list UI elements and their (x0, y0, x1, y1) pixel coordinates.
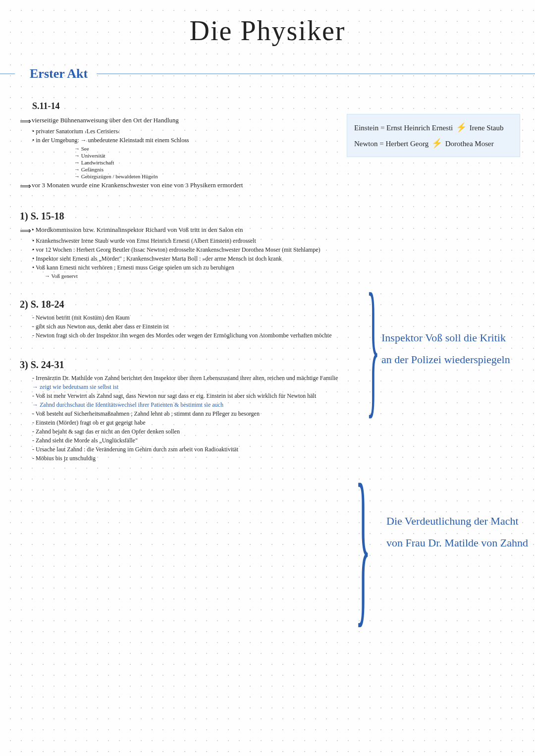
note-subline: → Gebirgszügen / bewaldeten Hügeln (74, 173, 362, 179)
note-line: • in der Umgebung: → unbedeutene Kleinst… (32, 137, 362, 144)
infobox-line: Einstein = Ernst Heinrich Ernesti ⚡ Iren… (354, 119, 513, 135)
side-annotation: Die Verdeutlichung der Macht von Frau Dr… (386, 510, 535, 554)
note-line: - gibt sich aus Newton aus, denkt aber d… (32, 323, 391, 330)
text: Dorothea Moser (445, 140, 494, 148)
arrow-icon: ⟹ (20, 181, 32, 191)
text: • Mordkommission bzw. Kriminalinspektor … (32, 226, 243, 234)
note-line: • Krankenschwester Irene Staub wurde von… (32, 237, 362, 245)
divider-right (97, 73, 535, 74)
note-line: • vor 12 Wochen : Herbert Georg Beutler … (32, 246, 362, 254)
note-line: - Newton betritt (mit Kostüm) den Raum (32, 314, 391, 322)
text: vierseitige Bühnenanweisung über den Ort… (32, 116, 179, 124)
note-subline: → Voß genervt (45, 273, 362, 279)
note-line: - Voß ist mehr Verwirrt als Zahnd sagt, … (32, 392, 391, 400)
note-line: - Irrenärztin Dr. Mathilde von Zahnd ber… (32, 375, 391, 382)
note-line: - Voß besteht auf Sicherheitsmaßnahmen ;… (32, 410, 391, 418)
brace-icon: } (356, 458, 371, 632)
note-line: ⟹ • Mordkommission bzw. Kriminalinspekto… (20, 226, 362, 235)
note-line: ⟹ vor 3 Monaten wurde eine Krankenschwes… (20, 181, 362, 191)
section-1: 1) S. 15-18 ⟹ • Mordkommission bzw. Krim… (15, 211, 362, 279)
text: von Frau Dr. Matilde von Zahnd (386, 532, 535, 554)
note-subline: → Gefängnis (74, 166, 362, 172)
arrow-icon: ⟹ (20, 226, 32, 235)
text: an der Polizei wiederspiegeln (381, 349, 530, 371)
infobox-line: Newton = Herbert Georg ⚡ Dorothea Moser (354, 135, 513, 151)
note-line: • privater Sanatorium ›Les Cerisiers‹ (32, 128, 362, 135)
note-line: - Einstein (Mörder) fragt ob er gut gege… (32, 419, 391, 427)
note-line: → zeigt wie bedeutsam sie selbst ist (32, 383, 391, 391)
text: Einstein = Ernst Heinrich Ernesti (354, 124, 453, 132)
text: Die Verdeutlichung der Macht (386, 510, 535, 532)
section-intro: S.11-14 ⟹ vierseitige Bühnenanweisung üb… (15, 101, 362, 191)
note-subline: → Landwirtschaft (74, 160, 362, 165)
note-line: - Möbius bis jz unschuldig (32, 455, 391, 462)
note-line: • Inspektor sieht Ernesti als „Mörder" ;… (32, 255, 362, 263)
text: Irene Staub (470, 124, 504, 132)
lightning-icon: ⚡ (456, 119, 467, 135)
page-title: Die Physiker (15, 15, 520, 47)
study-notes-page: Die Physiker Erster Akt Einstein = Ernst… (0, 0, 535, 474)
brace-icon: } (366, 270, 379, 423)
note-subline: → Universität (74, 153, 362, 159)
text: Newton = Herbert Georg (354, 140, 428, 148)
arrow-icon: ⟹ (20, 116, 32, 126)
section-2: 2) S. 18-24 - Newton betritt (mit Kostüm… (15, 299, 391, 339)
note-line: - Ursache laut Zahnd : die Veränderung i… (32, 446, 391, 453)
lightning-icon: ⚡ (431, 135, 442, 151)
text: Inspektor Voß soll die Kritik (381, 327, 530, 349)
section-heading: 3) S. 24-31 (20, 359, 391, 371)
note-line: → Zahnd durchschaut die Identitätswechse… (32, 401, 391, 409)
section-heading: 1) S. 15-18 (20, 211, 362, 222)
section-heading: 2) S. 18-24 (20, 299, 391, 310)
character-infobox: Einstein = Ernst Heinrich Ernesti ⚡ Iren… (347, 114, 520, 157)
note-line: - Zahnd sieht die Morde als „Unglücksfäl… (32, 437, 391, 444)
note-subline: → See (74, 146, 362, 152)
note-line: • Voß kann Ernesti nicht verhören ; Erne… (32, 264, 362, 271)
note-line: - Newton fragt sich ob der Inspektor ihn… (32, 332, 391, 339)
section-heading: S.11-14 (32, 101, 362, 111)
section-3: 3) S. 24-31 - Irrenärztin Dr. Mathilde v… (15, 359, 391, 462)
divider-left (0, 73, 15, 74)
side-annotation: Inspektor Voß soll die Kritik an der Pol… (381, 327, 530, 371)
text: vor 3 Monaten wurde eine Krankenschweste… (32, 181, 243, 189)
note-line: - Zahnd bejaht & sagt das er nicht an de… (32, 428, 391, 435)
note-line: ⟹ vierseitige Bühnenanweisung über den O… (20, 116, 362, 126)
